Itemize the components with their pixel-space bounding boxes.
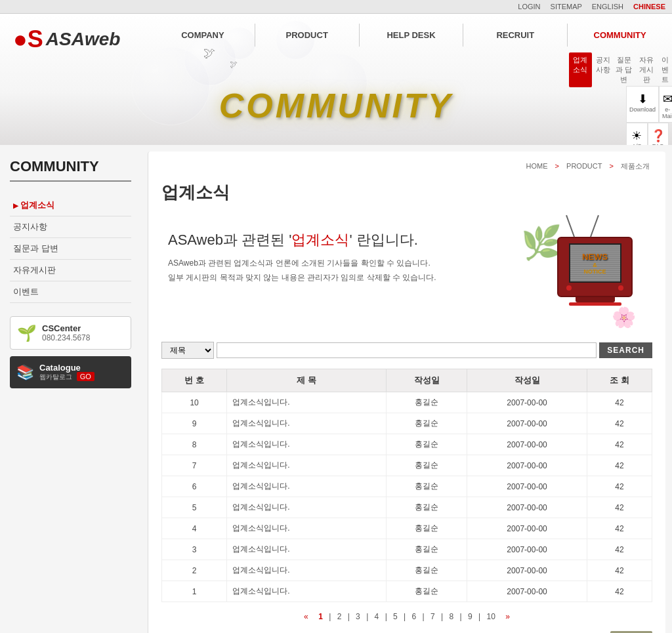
faq-widget[interactable]: ❓ FAQ (648, 123, 669, 145)
news-label: NEWS & NOTICE (582, 252, 608, 275)
cell-num: 6 (162, 476, 227, 497)
login-link[interactable]: LOGIN (518, 3, 540, 10)
intro-section: ASAweb과 관련된 '업계소식' 란입니다. ASAweb과 관련된 업계소… (161, 217, 652, 329)
page-2-button[interactable]: 2 (337, 612, 342, 621)
cell-num: 2 (162, 560, 227, 581)
page-1-button[interactable]: 1 (318, 612, 323, 621)
sitemap-link[interactable]: SITEMAP (551, 3, 582, 10)
col-author: 작성일 (387, 369, 467, 392)
subnav-free-link[interactable]: 자유게시판 (636, 52, 657, 87)
content-area: HOME > PRODUCT > 제품소개 업계소식 ASAweb과 관련된 '… (148, 152, 665, 633)
nav-main: COMPANY PRODUCT HELP DESK RECRUIT COMMUN… (151, 14, 672, 47)
sidebar-item-industry[interactable]: 업계소식 (10, 195, 131, 216)
nav-sub: 업계소식 공지사항 질문과 답변 자유게시판 이벤트 (151, 47, 672, 87)
cell-title[interactable]: 업계소식입니다. (227, 392, 387, 413)
table-row[interactable]: 2 업계소식입니다. 홍길순 2007-00-00 42 (162, 560, 652, 581)
table-row[interactable]: 8 업계소식입니다. 홍길순 2007-00-00 42 (162, 434, 652, 455)
news-text: NEWS (582, 252, 608, 262)
table-row[interactable]: 5 업계소식입니다. 홍길순 2007-00-00 42 (162, 497, 652, 518)
tv-cabinet: NEWS & NOTICE (557, 237, 633, 297)
search-input[interactable] (217, 342, 597, 358)
subnav-industry-link[interactable]: 업계소식 (569, 52, 591, 87)
nav-item-recruit[interactable]: RECRUIT (463, 24, 568, 47)
cell-title[interactable]: 업계소식입니다. (227, 455, 387, 476)
chinese-link[interactable]: CHINESE (633, 3, 665, 10)
sidebar-item-event[interactable]: 이벤트 (10, 281, 131, 303)
nav-community-link[interactable]: COMMUNITY (568, 24, 672, 47)
page-10-button[interactable]: 10 (487, 612, 495, 621)
cell-author: 홍길순 (387, 539, 467, 560)
page-sep: | (460, 612, 464, 621)
nav-company-link[interactable]: COMPANY (151, 24, 255, 47)
cs-box[interactable]: 🌱 CSCenter 080.234.5678 (10, 316, 131, 350)
subnav-notice-link[interactable]: 공지사항 (595, 52, 612, 87)
sidebar-item-free[interactable]: 자유게시판 (10, 260, 131, 281)
prev-page-button[interactable]: « (304, 612, 308, 621)
page-4-button[interactable]: 4 (375, 612, 379, 621)
nav-product-link[interactable]: PRODUCT (255, 24, 360, 47)
page-5-button[interactable]: 5 (393, 612, 398, 621)
cell-title[interactable]: 업계소식입니다. (227, 560, 387, 581)
search-select[interactable]: 제목 (161, 342, 214, 359)
table-row[interactable]: 7 업계소식입니다. 홍길순 2007-00-00 42 (162, 455, 652, 476)
page-3-button[interactable]: 3 (356, 612, 360, 621)
catalogue-books-icon: 📚 (16, 364, 34, 381)
antenna-right (590, 215, 599, 237)
nav-item-helpdesk[interactable]: HELP DESK (360, 24, 464, 47)
cell-author: 홍길순 (387, 560, 467, 581)
cell-num: 7 (162, 455, 227, 476)
nav-sub-community: 업계소식 공지사항 질문과 답변 자유게시판 이벤트 (568, 50, 672, 87)
page-7-button[interactable]: 7 (430, 612, 435, 621)
ais-widget[interactable]: ☀ A/S (626, 123, 648, 145)
cell-num: 10 (162, 392, 227, 413)
col-views: 조 회 (587, 369, 652, 392)
nav-item-community[interactable]: COMMUNITY (568, 24, 672, 47)
table-row[interactable]: 9 업계소식입니다. 홍길순 2007-00-00 42 (162, 413, 652, 434)
page-8-button[interactable]: 8 (450, 612, 454, 621)
nav-item-product[interactable]: PRODUCT (255, 24, 360, 47)
cell-date: 2007-00-00 (467, 455, 587, 476)
pagination: « 1 | 2 | 3 | 4 | 5 | 6 | 7 | 8 | 9 | 10… (161, 612, 652, 621)
catalogue-title: Catalogue (39, 363, 94, 373)
cell-title[interactable]: 업계소식입니다. (227, 581, 387, 602)
breadcrumb-home: HOME (526, 162, 548, 170)
breadcrumb-sep1: > (555, 162, 561, 170)
header: 🕊 🕊 ●S ASAweb COMPANY PRODUCT HELP DESK (0, 14, 672, 145)
table-row[interactable]: 10 업계소식입니다. 홍길순 2007-00-00 42 (162, 392, 652, 413)
cell-views: 42 (587, 560, 652, 581)
page-6-button[interactable]: 6 (412, 612, 417, 621)
cell-date: 2007-00-00 (467, 581, 587, 602)
breadcrumb-sep2: > (610, 162, 616, 170)
page-9-button[interactable]: 9 (468, 612, 472, 621)
cell-title[interactable]: 업계소식입니다. (227, 476, 387, 497)
catalogue-box[interactable]: 📚 Catalogue 웹카탈로그 GO (10, 356, 131, 388)
table-row[interactable]: 6 업계소식입니다. 홍길순 2007-00-00 42 (162, 476, 652, 497)
email-icon: ✉ (663, 92, 672, 106)
sidebar-item-notice[interactable]: 공지사항 (10, 216, 131, 238)
table-row[interactable]: 4 업계소식입니다. 홍길순 2007-00-00 42 (162, 518, 652, 539)
subnav-event-link[interactable]: 이벤트 (658, 52, 672, 87)
page-sep: | (441, 612, 445, 621)
nav-sub-item-1 (151, 50, 255, 87)
nav-recruit-link[interactable]: RECRUIT (463, 24, 568, 47)
search-button[interactable]: SEARCH (599, 342, 652, 358)
subnav-qa-link[interactable]: 질문과 답변 (613, 52, 635, 87)
cell-date: 2007-00-00 (467, 392, 587, 413)
cell-date: 2007-00-00 (467, 476, 587, 497)
cell-title[interactable]: 업계소식입니다. (227, 434, 387, 455)
nav-item-company[interactable]: COMPANY (151, 24, 255, 47)
download-widget[interactable]: ⬇ Download (626, 86, 659, 123)
cell-title[interactable]: 업계소식입니다. (227, 539, 387, 560)
catalogue-go-button[interactable]: GO (77, 372, 94, 381)
cell-title[interactable]: 업계소식입니다. (227, 518, 387, 539)
table-row[interactable]: 3 업계소식입니다. 홍길순 2007-00-00 42 (162, 539, 652, 560)
table-row[interactable]: 1 업계소식입니다. 홍길순 2007-00-00 42 (162, 581, 652, 602)
email-widget[interactable]: ✉ e-Mail (659, 86, 672, 123)
sidebar-item-qa[interactable]: 질문과 답변 (10, 238, 131, 260)
next-page-button[interactable]: » (505, 612, 510, 621)
nav-helpdesk-link[interactable]: HELP DESK (360, 24, 464, 47)
english-link[interactable]: ENGLISH (592, 3, 623, 10)
cell-title[interactable]: 업계소식입니다. (227, 413, 387, 434)
cell-title[interactable]: 업계소식입니다. (227, 497, 387, 518)
top-bar: LOGIN SITEMAP ENGLISH CHINESE (0, 0, 672, 14)
